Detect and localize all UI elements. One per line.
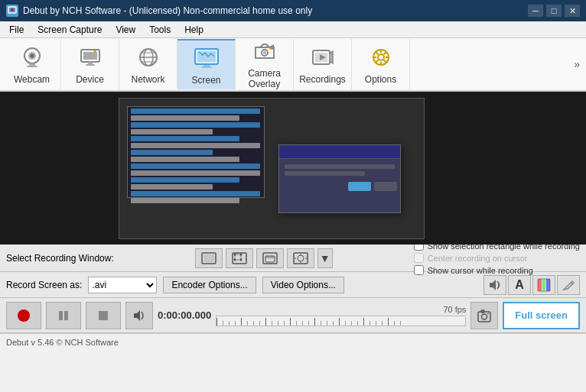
options-icon: [367, 44, 395, 71]
webcam-icon: [18, 44, 46, 71]
encoder-options-button[interactable]: Encoder Options...: [163, 277, 256, 293]
title-controls: ─ □ ✕: [528, 5, 580, 17]
menu-bar: File Screen Capture View Tools Help: [0, 21, 586, 38]
close-button[interactable]: ✕: [565, 5, 580, 17]
toolbar: Webcam Device Network: [0, 38, 586, 92]
svg-point-22: [263, 51, 266, 54]
capture-window-btn[interactable]: [256, 248, 284, 268]
preview-area: [0, 92, 586, 245]
screen-label: Screen: [191, 75, 220, 86]
toolbar-more-button[interactable]: »: [571, 55, 583, 73]
toolbar-options[interactable]: Options: [352, 39, 410, 89]
maximize-button[interactable]: □: [546, 5, 562, 17]
audio-icon-btn[interactable]: [483, 275, 506, 295]
recordings-icon: [309, 44, 337, 71]
svg-line-33: [376, 53, 378, 55]
svg-point-11: [93, 50, 96, 53]
svg-marker-54: [490, 280, 496, 290]
svg-rect-8: [83, 52, 97, 60]
svg-rect-56: [538, 279, 542, 291]
status-text: Debut v 5.46 © NCH Software: [6, 338, 119, 347]
screen-icon: [193, 44, 220, 72]
progress-bar-area: 70 fps: [216, 305, 466, 326]
svg-rect-40: [235, 254, 241, 260]
dialog-title-bar: [279, 145, 400, 159]
code-editor-preview: [127, 106, 265, 198]
svg-point-60: [18, 309, 30, 322]
fps-display: 70 fps: [216, 305, 466, 314]
transport-bar: 0:00:00.000 70 fps Full screen: [0, 298, 586, 333]
svg-rect-6: [27, 66, 37, 67]
capture-region-btn[interactable]: [226, 248, 253, 268]
fps-value: 70 fps: [443, 305, 466, 314]
svg-rect-61: [59, 311, 63, 320]
pause-button[interactable]: [46, 302, 81, 329]
camera-overlay-label: Camera Overlay: [236, 68, 293, 89]
toolbar-webcam[interactable]: Webcam: [3, 39, 61, 89]
capture-follow-btn[interactable]: [287, 248, 314, 268]
network-label: Network: [131, 74, 164, 85]
screenshot-button[interactable]: [470, 302, 498, 329]
minimize-button[interactable]: ─: [528, 5, 543, 17]
device-icon: [77, 44, 104, 71]
record-button[interactable]: [6, 302, 41, 329]
svg-line-59: [571, 283, 572, 284]
draw-btn[interactable]: [557, 275, 580, 295]
menu-help[interactable]: Help: [178, 23, 210, 37]
menu-file[interactable]: File: [3, 23, 30, 37]
svg-rect-58: [546, 279, 550, 291]
svg-rect-5: [29, 63, 35, 66]
device-label: Device: [76, 74, 104, 85]
progress-bar[interactable]: [216, 316, 466, 326]
svg-rect-20: [201, 66, 212, 68]
menu-screen-capture[interactable]: Screen Capture: [31, 23, 108, 37]
dialog-preview: [278, 144, 401, 213]
color-effect-btn[interactable]: [532, 275, 555, 295]
select-window-controls: Select Recording Window:: [0, 245, 586, 272]
svg-line-35: [383, 53, 386, 55]
fullscreen-button[interactable]: Full screen: [503, 302, 580, 329]
svg-point-66: [482, 314, 487, 319]
audio-monitor-button[interactable]: [125, 302, 153, 329]
show-cursor-row: Show cursor while recording: [414, 265, 580, 275]
record-options-row: Record Screen as: .avi Encoder Options..…: [0, 272, 586, 298]
toolbar-device[interactable]: Device: [61, 39, 119, 89]
camera-overlay-icon: [251, 39, 278, 65]
toolbar-recordings[interactable]: Recordings: [294, 39, 352, 89]
capture-mode-buttons: ▼: [195, 248, 333, 268]
svg-point-28: [378, 54, 384, 60]
menu-tools[interactable]: Tools: [143, 23, 177, 37]
select-recording-label: Select Recording Window:: [6, 253, 114, 264]
svg-rect-19: [203, 64, 210, 66]
svg-point-42: [239, 253, 242, 255]
toolbar-network[interactable]: Network: [119, 39, 177, 89]
svg-marker-64: [134, 310, 140, 321]
svg-line-36: [376, 60, 378, 63]
center-recording-row: Center recording on cursor: [414, 253, 580, 263]
svg-rect-62: [64, 311, 68, 320]
stop-button[interactable]: [86, 302, 121, 329]
capture-dropdown-btn[interactable]: ▼: [317, 248, 333, 268]
svg-point-49: [298, 255, 304, 261]
show-cursor-label: Show cursor while recording: [428, 266, 533, 275]
recording-options: Show selection rectangle while recording…: [414, 241, 580, 275]
svg-point-44: [239, 258, 242, 261]
toolbar-camera-overlay[interactable]: Camera Overlay: [236, 39, 294, 89]
options-label: Options: [365, 74, 396, 85]
svg-point-43: [233, 258, 236, 261]
capture-full-screen-btn[interactable]: [195, 248, 223, 268]
app-icon: [6, 5, 18, 17]
menu-view[interactable]: View: [109, 23, 142, 37]
svg-point-1: [11, 8, 14, 11]
progress-ticks: [216, 316, 465, 326]
svg-rect-57: [542, 279, 545, 291]
format-select[interactable]: .avi: [88, 277, 157, 293]
network-icon: [135, 44, 162, 71]
video-options-button[interactable]: Video Options...: [262, 277, 344, 293]
record-screen-as-label: Record Screen as:: [6, 280, 82, 290]
text-overlay-btn[interactable]: A: [508, 275, 531, 295]
svg-point-68: [487, 313, 489, 314]
toolbar-screen[interactable]: Screen: [177, 39, 236, 89]
show-cursor-checkbox[interactable]: [414, 265, 424, 275]
center-recording-checkbox[interactable]: [414, 253, 424, 263]
